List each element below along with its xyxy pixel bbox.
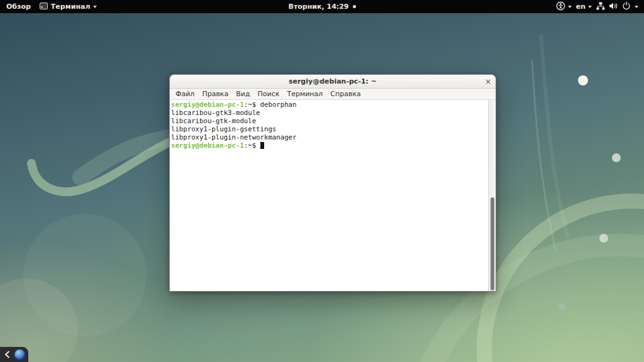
menu-terminal[interactable]: Терминал: [283, 90, 326, 98]
notification-dot-icon: [353, 5, 356, 8]
terminal-app-icon: [40, 3, 48, 11]
keyboard-layout-label: en: [576, 3, 586, 11]
prompt-suffix: :~$: [244, 141, 260, 150]
wallpaper-dot: [578, 75, 588, 85]
wallpaper-ribbon: [31, 136, 184, 192]
wallpaper-streak: [532, 60, 556, 251]
chevron-down-icon: [588, 6, 592, 8]
chevron-down-icon: [93, 6, 97, 8]
dock-app-icon[interactable]: [14, 349, 25, 360]
volume-icon: [609, 2, 618, 12]
terminal-window: sergiy@debian-pc-1: ~ × Файл Правка Вид …: [169, 74, 496, 292]
accessibility-menu-button[interactable]: [556, 1, 572, 13]
power-icon: [622, 1, 631, 12]
prompt-line: sergiy@debian-pc-1:~$: [171, 142, 487, 150]
scrollbar-thumb[interactable]: [491, 197, 494, 290]
close-button[interactable]: ×: [485, 75, 491, 88]
wallpaper-disc: [23, 214, 147, 337]
scrollbar-track[interactable]: [488, 100, 496, 291]
wallpaper-streak: [541, 35, 569, 239]
wallpaper-dot: [558, 303, 565, 310]
menu-edit[interactable]: Правка: [198, 90, 232, 98]
menu-search[interactable]: Поиск: [254, 90, 284, 98]
top-bar: Обзор Терминал Вторник, 14:29: [0, 0, 644, 13]
app-menu-label: Терминал: [51, 3, 91, 11]
network-wired-icon: [596, 2, 605, 12]
output-line: libproxy1-plugin-gsettings: [171, 126, 487, 134]
prompt-user-host: sergiy@debian-pc-1: [171, 141, 244, 150]
prompt-suffix: :~$: [244, 101, 260, 109]
clock-button[interactable]: Вторник, 14:29: [289, 3, 356, 11]
chevron-left-icon[interactable]: [4, 349, 10, 361]
window-titlebar[interactable]: sergiy@debian-pc-1: ~ ×: [170, 75, 496, 89]
app-menu-button[interactable]: Терминал: [40, 3, 97, 11]
menu-help[interactable]: Справка: [326, 90, 364, 98]
wallpaper-dot: [612, 153, 621, 162]
wallpaper-ring: [484, 201, 644, 362]
chevron-down-icon: [635, 6, 638, 8]
command-text: deborphan: [260, 101, 297, 109]
terminal-content[interactable]: sergiy@debian-pc-1:~$ deborphan libcarib…: [170, 100, 496, 291]
accessibility-icon: [556, 1, 565, 13]
menu-file[interactable]: Файл: [172, 90, 198, 98]
menu-bar: Файл Правка Вид Поиск Терминал Справка: [170, 89, 496, 100]
prompt-user-host: sergiy@debian-pc-1: [171, 101, 244, 109]
keyboard-layout-button[interactable]: en: [576, 3, 592, 11]
wallpaper-dot: [599, 234, 608, 243]
dock-corner-panel: [0, 347, 28, 362]
terminal-cursor: [260, 142, 265, 149]
output-line: libcaribou-gtk3-module: [171, 109, 487, 118]
menu-view[interactable]: Вид: [232, 90, 253, 98]
desktop: Обзор Терминал Вторник, 14:29: [0, 0, 644, 362]
activities-button[interactable]: Обзор: [6, 3, 31, 11]
clock-label: Вторник, 14:29: [289, 3, 349, 11]
window-title: sergiy@debian-pc-1: ~: [289, 77, 377, 85]
prompt-line: sergiy@debian-pc-1:~$ deborphan: [171, 101, 487, 109]
output-line: libcaribou-gtk-module: [171, 118, 487, 126]
chevron-down-icon: [568, 6, 572, 8]
system-menu-button[interactable]: [596, 1, 638, 12]
